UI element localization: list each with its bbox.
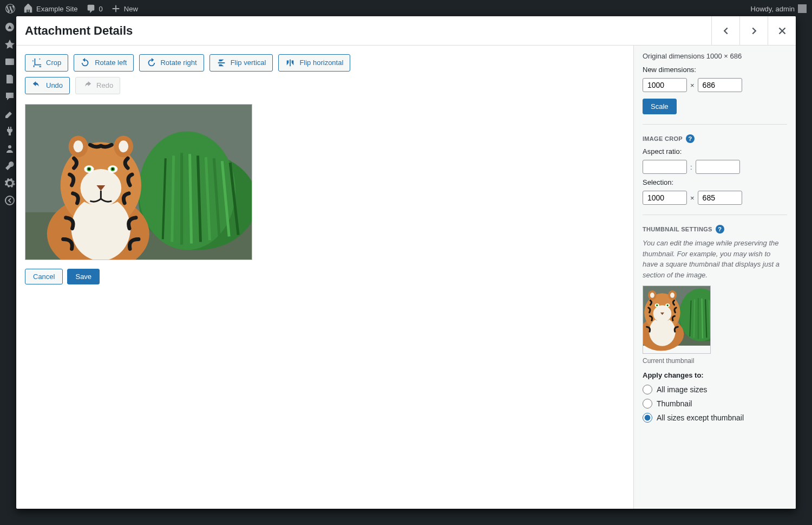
chevron-left-icon xyxy=(720,25,732,37)
selection-label: Selection: xyxy=(643,178,787,186)
radio-all-sizes[interactable]: All image sizes xyxy=(643,385,787,394)
rotate-left-button[interactable]: Rotate left xyxy=(74,54,134,72)
chevron-right-icon xyxy=(748,25,760,37)
tiger-image-placeholder xyxy=(25,105,252,260)
cancel-button[interactable]: Cancel xyxy=(25,269,63,284)
site-link[interactable]: Example Site xyxy=(23,4,78,14)
apply-changes-label: Apply changes to: xyxy=(643,371,787,379)
help-icon[interactable]: ? xyxy=(716,225,724,234)
new-content-link[interactable]: New xyxy=(111,4,138,14)
scale-height-input[interactable] xyxy=(698,78,742,92)
plugins-icon xyxy=(4,126,15,137)
redo-icon xyxy=(82,81,92,90)
svg-rect-0 xyxy=(5,59,14,65)
svg-point-51 xyxy=(670,293,675,298)
image-crop-title: IMAGE CROP xyxy=(643,135,683,142)
flip-vertical-icon xyxy=(217,58,226,68)
svg-point-23 xyxy=(74,141,83,153)
aspect-height-input[interactable] xyxy=(696,160,740,174)
radio-thumbnail-label: Thumbnail xyxy=(657,399,692,408)
selection-separator: × xyxy=(690,194,695,202)
svg-point-24 xyxy=(119,141,128,153)
modal-title: Attachment Details xyxy=(16,24,133,38)
admin-bar: Example Site 0 New Howdy, admin xyxy=(0,0,812,17)
flip-horizontal-button[interactable]: Flip horizontal xyxy=(278,54,350,72)
pages-icon xyxy=(4,74,15,85)
close-modal-button[interactable] xyxy=(768,16,796,45)
crop-button[interactable]: Crop xyxy=(25,54,68,72)
media-icon xyxy=(4,56,15,67)
thumbnail-settings-title: THUMBNAIL SETTINGS xyxy=(643,226,712,232)
save-button[interactable]: Save xyxy=(67,269,100,284)
svg-point-57 xyxy=(667,305,668,306)
scale-width-input[interactable] xyxy=(643,78,687,92)
radio-all-sizes-input[interactable] xyxy=(643,385,652,394)
radio-thumbnail[interactable]: Thumbnail xyxy=(643,399,787,409)
aspect-width-input[interactable] xyxy=(643,160,687,174)
svg-point-2 xyxy=(5,196,14,205)
selection-height-input[interactable] xyxy=(698,191,742,205)
aspect-ratio-label: Aspect ratio: xyxy=(643,147,787,155)
collapse-icon xyxy=(4,195,15,206)
svg-point-1 xyxy=(8,145,11,148)
prev-attachment-button[interactable] xyxy=(711,16,739,45)
radio-except-thumbnail-input[interactable] xyxy=(643,413,652,423)
thumbnail-image-placeholder xyxy=(643,286,710,353)
radio-except-thumbnail-label: All sizes except thumbnail xyxy=(657,413,744,422)
greeting-text: Howdy, admin xyxy=(751,5,795,13)
settings-icon xyxy=(4,178,15,189)
rotate-right-label: Rotate right xyxy=(160,58,197,68)
svg-line-39 xyxy=(702,299,703,339)
edit-toolbar: Crop Rotate left Rotate right Flip verti… xyxy=(25,54,625,72)
new-dimensions-label: New dimensions: xyxy=(643,66,787,74)
tools-icon xyxy=(4,160,15,171)
svg-point-30 xyxy=(112,168,114,170)
flip-vertical-button[interactable]: Flip vertical xyxy=(209,54,273,72)
radio-except-thumbnail[interactable]: All sizes except thumbnail xyxy=(643,413,787,423)
close-icon xyxy=(776,25,788,37)
flip-horizontal-icon xyxy=(285,58,295,68)
dim-separator: × xyxy=(690,81,695,89)
edit-sidebar: Original dimensions 1000 × 686 New dimen… xyxy=(633,46,796,509)
rotate-left-icon xyxy=(81,58,90,68)
svg-line-10 xyxy=(190,154,192,244)
radio-thumbnail-input[interactable] xyxy=(643,399,652,409)
rotate-left-label: Rotate left xyxy=(95,58,127,68)
dashboard-icon xyxy=(4,22,15,33)
user-greeting[interactable]: Howdy, admin xyxy=(751,4,807,13)
crop-icon xyxy=(32,58,42,68)
thumbnail-preview xyxy=(643,286,711,354)
comments-count: 0 xyxy=(99,5,103,13)
scale-button[interactable]: Scale xyxy=(643,99,677,114)
svg-line-8 xyxy=(172,156,174,242)
image-edit-area: Crop Rotate left Rotate right Flip verti… xyxy=(16,46,633,509)
wp-logo[interactable] xyxy=(5,4,15,14)
attachment-details-modal: Attachment Details Crop Rotate le xyxy=(16,16,796,509)
site-name: Example Site xyxy=(36,5,78,13)
next-attachment-button[interactable] xyxy=(739,16,768,45)
svg-point-50 xyxy=(650,293,654,298)
new-label: New xyxy=(124,5,138,13)
svg-point-6 xyxy=(139,132,235,250)
rotate-right-button[interactable]: Rotate right xyxy=(139,54,204,72)
aspect-separator: : xyxy=(690,163,692,171)
image-preview[interactable] xyxy=(25,104,252,260)
flip-vertical-label: Flip vertical xyxy=(231,58,266,68)
users-icon xyxy=(4,143,15,154)
undo-button[interactable]: Undo xyxy=(25,77,70,94)
pin-icon xyxy=(4,39,15,50)
flip-horizontal-label: Flip horizontal xyxy=(299,58,343,68)
rotate-right-icon xyxy=(146,58,156,68)
comments-link[interactable]: 0 xyxy=(86,4,103,14)
appearance-icon xyxy=(4,108,15,119)
help-icon[interactable]: ? xyxy=(686,134,695,143)
undo-label: Undo xyxy=(46,81,63,90)
svg-line-37 xyxy=(694,299,695,338)
crop-label: Crop xyxy=(46,58,61,68)
svg-point-29 xyxy=(88,168,90,170)
thumbnail-caption: Current thumbnail xyxy=(643,357,787,365)
original-dimensions: Original dimensions 1000 × 686 xyxy=(643,52,787,60)
selection-width-input[interactable] xyxy=(643,191,687,205)
avatar xyxy=(798,4,807,13)
modal-header: Attachment Details xyxy=(16,16,796,46)
